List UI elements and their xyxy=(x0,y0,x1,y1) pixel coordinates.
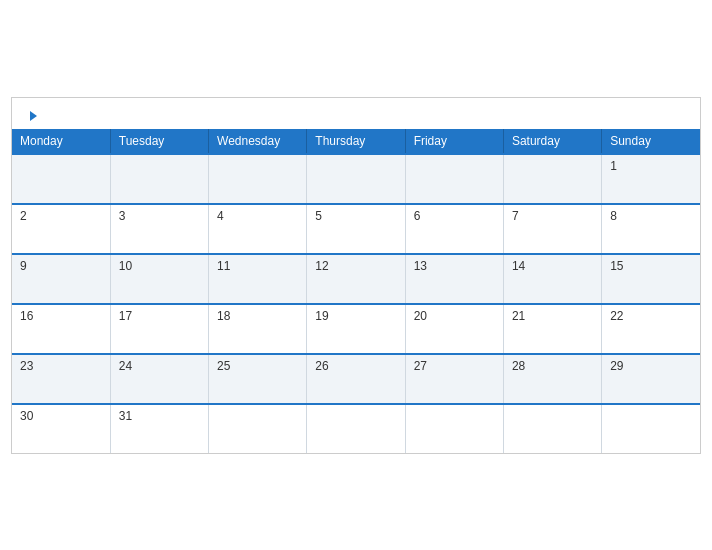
weekday-friday: Friday xyxy=(405,129,503,154)
day-number: 28 xyxy=(512,359,525,373)
calendar-cell: 8 xyxy=(602,204,700,254)
calendar-cell: 16 xyxy=(12,304,110,354)
calendar-cell xyxy=(307,404,405,453)
calendar-cell: 30 xyxy=(12,404,110,453)
calendar-cell: 21 xyxy=(503,304,601,354)
calendar-cell xyxy=(602,404,700,453)
day-number: 19 xyxy=(315,309,328,323)
day-number: 7 xyxy=(512,209,519,223)
calendar-cell: 4 xyxy=(209,204,307,254)
day-number: 9 xyxy=(20,259,27,273)
day-number: 25 xyxy=(217,359,230,373)
calendar-cell: 7 xyxy=(503,204,601,254)
calendar-cell xyxy=(209,154,307,204)
day-number: 6 xyxy=(414,209,421,223)
calendar-header xyxy=(12,98,700,129)
calendar-cell xyxy=(12,154,110,204)
day-number: 13 xyxy=(414,259,427,273)
day-number: 1 xyxy=(610,159,617,173)
calendar-cell: 24 xyxy=(110,354,208,404)
calendar-cell: 13 xyxy=(405,254,503,304)
week-row-1: 2345678 xyxy=(12,204,700,254)
calendar-table: MondayTuesdayWednesdayThursdayFridaySatu… xyxy=(12,129,700,453)
day-number: 3 xyxy=(119,209,126,223)
calendar-cell: 31 xyxy=(110,404,208,453)
week-row-3: 16171819202122 xyxy=(12,304,700,354)
weekday-saturday: Saturday xyxy=(503,129,601,154)
day-number: 2 xyxy=(20,209,27,223)
week-row-0: 1 xyxy=(12,154,700,204)
calendar: MondayTuesdayWednesdayThursdayFridaySatu… xyxy=(11,97,701,454)
weekday-wednesday: Wednesday xyxy=(209,129,307,154)
calendar-cell xyxy=(307,154,405,204)
calendar-tbody: 1234567891011121314151617181920212223242… xyxy=(12,154,700,453)
day-number: 10 xyxy=(119,259,132,273)
calendar-cell xyxy=(503,404,601,453)
calendar-cell: 26 xyxy=(307,354,405,404)
calendar-cell: 1 xyxy=(602,154,700,204)
calendar-cell: 29 xyxy=(602,354,700,404)
calendar-thead: MondayTuesdayWednesdayThursdayFridaySatu… xyxy=(12,129,700,154)
calendar-cell: 6 xyxy=(405,204,503,254)
calendar-cell: 25 xyxy=(209,354,307,404)
day-number: 30 xyxy=(20,409,33,423)
day-number: 11 xyxy=(217,259,230,273)
calendar-cell: 19 xyxy=(307,304,405,354)
day-number: 31 xyxy=(119,409,132,423)
calendar-cell: 28 xyxy=(503,354,601,404)
day-number: 5 xyxy=(315,209,322,223)
logo-blue-text xyxy=(28,110,37,121)
weekday-header-row: MondayTuesdayWednesdayThursdayFridaySatu… xyxy=(12,129,700,154)
day-number: 22 xyxy=(610,309,623,323)
calendar-cell: 2 xyxy=(12,204,110,254)
week-row-4: 23242526272829 xyxy=(12,354,700,404)
day-number: 15 xyxy=(610,259,623,273)
calendar-cell: 22 xyxy=(602,304,700,354)
day-number: 26 xyxy=(315,359,328,373)
day-number: 8 xyxy=(610,209,617,223)
calendar-cell: 15 xyxy=(602,254,700,304)
weekday-thursday: Thursday xyxy=(307,129,405,154)
day-number: 17 xyxy=(119,309,132,323)
day-number: 27 xyxy=(414,359,427,373)
calendar-cell: 3 xyxy=(110,204,208,254)
day-number: 4 xyxy=(217,209,224,223)
day-number: 20 xyxy=(414,309,427,323)
calendar-cell xyxy=(405,404,503,453)
day-number: 12 xyxy=(315,259,328,273)
weekday-sunday: Sunday xyxy=(602,129,700,154)
calendar-cell: 18 xyxy=(209,304,307,354)
weekday-monday: Monday xyxy=(12,129,110,154)
day-number: 24 xyxy=(119,359,132,373)
day-number: 21 xyxy=(512,309,525,323)
logo-triangle-icon xyxy=(30,111,37,121)
calendar-cell: 20 xyxy=(405,304,503,354)
calendar-cell: 9 xyxy=(12,254,110,304)
day-number: 18 xyxy=(217,309,230,323)
day-number: 23 xyxy=(20,359,33,373)
calendar-cell: 11 xyxy=(209,254,307,304)
calendar-cell xyxy=(209,404,307,453)
calendar-cell: 10 xyxy=(110,254,208,304)
logo xyxy=(28,110,37,121)
calendar-cell: 5 xyxy=(307,204,405,254)
calendar-cell: 14 xyxy=(503,254,601,304)
calendar-cell: 12 xyxy=(307,254,405,304)
week-row-5: 3031 xyxy=(12,404,700,453)
day-number: 14 xyxy=(512,259,525,273)
calendar-cell: 27 xyxy=(405,354,503,404)
day-number: 29 xyxy=(610,359,623,373)
calendar-cell xyxy=(110,154,208,204)
calendar-cell xyxy=(405,154,503,204)
calendar-cell: 23 xyxy=(12,354,110,404)
day-number: 16 xyxy=(20,309,33,323)
week-row-2: 9101112131415 xyxy=(12,254,700,304)
calendar-cell xyxy=(503,154,601,204)
weekday-tuesday: Tuesday xyxy=(110,129,208,154)
calendar-cell: 17 xyxy=(110,304,208,354)
